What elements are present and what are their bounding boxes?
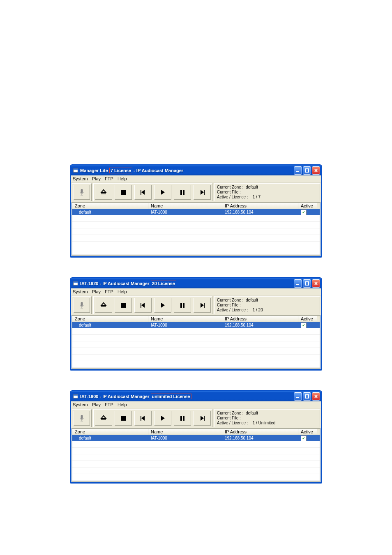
pause-icon [178,414,187,422]
menu-system[interactable]: System [73,176,88,181]
menu-help[interactable]: Help [118,402,127,407]
pause-button[interactable] [174,411,191,426]
previous-button[interactable] [134,298,152,313]
play-button[interactable] [154,298,171,313]
close-button[interactable] [312,392,320,401]
svg-rect-2 [296,171,299,172]
menu-play[interactable]: Play [92,289,101,294]
stop-button[interactable] [115,185,132,200]
table-row[interactable]: default IAT-1000 192.168.50.104 ✓ [72,435,320,441]
window-manager-lite-7: Manager Lite 7 License - IP Audiocast Ma… [70,164,322,258]
previous-button[interactable] [134,185,152,200]
table-row[interactable] [72,242,320,248]
close-button[interactable] [312,166,320,175]
col-ip[interactable]: IP Address [222,203,298,209]
table-row[interactable] [72,215,320,222]
col-active[interactable]: Active [298,316,317,322]
menu-ftp[interactable]: FTP [105,289,113,294]
col-zone[interactable]: Zone [72,203,148,209]
table-row[interactable] [72,441,320,448]
col-name[interactable]: Name [148,203,222,209]
menu-ftp[interactable]: FTP [105,402,113,407]
active-licence-label: Active / Licence : [217,421,248,425]
active-licence-value: 1 / 20 [253,308,263,312]
table-row[interactable] [72,335,320,341]
table-row[interactable] [72,328,320,335]
col-name[interactable]: Name [148,316,222,322]
menu-help[interactable]: Help [118,176,127,181]
eject-button[interactable] [95,298,112,313]
minimize-button[interactable] [294,392,302,401]
cell-ip: 192.168.50.104 [222,323,298,327]
minimize-button[interactable] [294,279,302,288]
table-row[interactable] [72,355,320,361]
active-checkbox[interactable]: ✓ [301,435,307,441]
menu-system[interactable]: System [73,289,88,294]
menu-play[interactable]: Play [92,402,101,407]
table-row[interactable] [72,461,320,467]
previous-icon [139,188,147,196]
next-button[interactable] [194,298,211,313]
titlebar[interactable]: IAT-1920 - IP Audiocast Manager 20 Licen… [71,279,321,288]
col-active[interactable]: Active [298,203,317,209]
menubar: System Play FTP Help [71,288,321,295]
svg-rect-1 [74,169,78,170]
svg-rect-11 [74,282,78,283]
mic-button[interactable] [74,185,90,200]
col-zone[interactable]: Zone [72,316,148,322]
table-row[interactable] [72,341,320,348]
toolbar: Current Zone : default Current File : Ac… [71,182,321,203]
next-button[interactable] [194,185,211,200]
menu-help[interactable]: Help [118,289,127,294]
table-row[interactable] [72,467,320,474]
menu-ftp[interactable]: FTP [105,176,113,181]
svg-rect-26 [141,416,141,421]
stop-button[interactable] [115,411,132,426]
next-button[interactable] [194,411,211,426]
cell-ip: 192.168.50.104 [222,210,298,214]
table-row[interactable] [72,248,320,255]
title-pre: Manager Lite [80,168,109,173]
minimize-button[interactable] [294,166,302,175]
table-row[interactable] [72,235,320,242]
col-zone[interactable]: Zone [72,429,148,435]
pause-button[interactable] [174,185,191,200]
table-row[interactable]: default IAT-1000 192.168.50.104 ✓ [72,322,320,328]
col-ip[interactable]: IP Address [222,316,298,322]
maximize-button[interactable] [303,166,311,175]
stop-button[interactable] [115,298,132,313]
col-name[interactable]: Name [148,429,222,435]
menu-system[interactable]: System [73,402,88,407]
active-checkbox[interactable]: ✓ [301,322,307,328]
table-row[interactable] [72,454,320,461]
menu-play[interactable]: Play [92,176,101,181]
menubar: System Play FTP Help [71,401,321,408]
table-row[interactable] [72,474,320,481]
table-row[interactable] [72,222,320,228]
col-ip[interactable]: IP Address [222,429,298,435]
cell-active: ✓ [298,435,317,441]
active-checkbox[interactable]: ✓ [301,210,307,215]
eject-button[interactable] [95,411,112,426]
svg-rect-15 [121,303,126,308]
titlebar[interactable]: Manager Lite 7 License - IP Audiocast Ma… [71,166,321,175]
maximize-button[interactable] [303,392,311,401]
table-row[interactable] [72,448,320,454]
eject-button[interactable] [95,185,112,200]
table-row[interactable] [72,361,320,368]
play-button[interactable] [154,411,171,426]
mic-button[interactable] [74,411,90,426]
close-button[interactable] [312,279,320,288]
eject-icon [99,414,108,422]
table-row[interactable]: default IAT-1000 192.168.50.104 ✓ [72,209,320,215]
pause-button[interactable] [174,298,191,313]
table-row[interactable] [72,228,320,235]
col-active[interactable]: Active [298,429,317,435]
table-row[interactable] [72,348,320,355]
previous-button[interactable] [134,411,152,426]
maximize-button[interactable] [303,279,311,288]
play-button[interactable] [154,185,171,200]
app-icon [73,394,78,399]
mic-button[interactable] [74,298,90,313]
titlebar[interactable]: IAT-1900 - IP Audiocast Manager unlimite… [71,391,321,401]
